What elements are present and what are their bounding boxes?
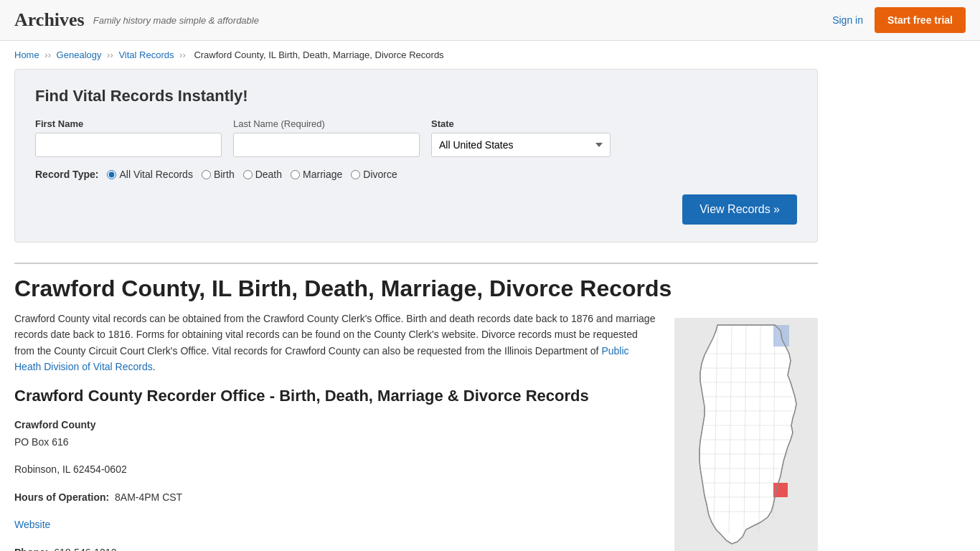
first-name-group: First Name [35, 118, 222, 157]
last-name-label: Last Name (Required) [233, 118, 420, 129]
vital-records-link[interactable]: Public Heath Division of Vital Records [14, 345, 629, 372]
breadcrumb: Home ›› Genealogy ›› Vital Records ›› Cr… [0, 41, 980, 69]
record-type-death[interactable]: Death [243, 169, 282, 180]
radio-marriage-label: Marriage [303, 169, 342, 180]
radio-all-vital[interactable] [107, 170, 116, 179]
hours-label: Hours of Operation: [14, 491, 109, 503]
hours-value: 8AM-4PM CST [115, 491, 182, 503]
phone-value: 618-546-1212 [54, 547, 116, 551]
header-right: Sign in Start free trial [832, 7, 966, 33]
phone-label: Phone: [14, 547, 48, 551]
radio-birth-label: Birth [214, 169, 235, 180]
phone-row: Phone: 618-546-1212 [14, 545, 657, 551]
state-label: State [431, 118, 611, 129]
header-left: Archives Family history made simple & af… [14, 9, 259, 31]
section-title: Crawford County Recorder Office - Birth,… [14, 387, 657, 405]
sign-in-link[interactable]: Sign in [832, 14, 863, 26]
radio-death[interactable] [243, 170, 253, 179]
record-type-area: Record Type: All Vital Records Birth Dea… [35, 169, 797, 225]
main-content: Find Vital Records Instantly! First Name… [0, 69, 832, 551]
first-name-label: First Name [35, 118, 222, 129]
illinois-map-container [674, 311, 818, 551]
breadcrumb-current: Crawford County, IL Birth, Death, Marria… [194, 50, 443, 60]
record-type-birth[interactable]: Birth [202, 169, 235, 180]
search-title: Find Vital Records Instantly! [35, 87, 797, 105]
address-line2: Robinson, IL 62454-0602 [14, 461, 657, 477]
last-name-group: Last Name (Required) [233, 118, 420, 157]
page-title: Crawford County, IL Birth, Death, Marria… [14, 263, 818, 302]
start-trial-button[interactable]: Start free trial [875, 7, 966, 33]
website-link[interactable]: Website [14, 519, 50, 530]
site-header: Archives Family history made simple & af… [0, 0, 980, 41]
record-type-label: Record Type: [35, 169, 98, 180]
search-box: Find Vital Records Instantly! First Name… [14, 69, 818, 242]
office-name: Crawford County [14, 417, 657, 433]
first-name-input[interactable] [35, 133, 222, 157]
address-line1: PO Box 616 [14, 434, 657, 450]
radio-marriage[interactable] [291, 170, 300, 179]
record-type-all[interactable]: All Vital Records [107, 169, 192, 180]
content-area: Crawford County vital records can be obt… [14, 311, 818, 551]
breadcrumb-sep3: ›› [179, 50, 188, 60]
radio-divorce-label: Divorce [363, 169, 397, 180]
breadcrumb-home[interactable]: Home [14, 50, 39, 60]
radio-all-vital-label: All Vital Records [119, 169, 192, 180]
record-type-row: Record Type: All Vital Records Birth Dea… [35, 169, 797, 180]
breadcrumb-vital-records[interactable]: Vital Records [118, 50, 174, 60]
website-row: Website [14, 517, 657, 532]
breadcrumb-genealogy[interactable]: Genealogy [57, 50, 102, 60]
description-paragraph: Crawford County vital records can be obt… [14, 311, 657, 375]
site-tagline: Family history made simple & affordable [93, 15, 259, 26]
content-text: Crawford County vital records can be obt… [14, 311, 657, 551]
hours-row: Hours of Operation: 8AM-4PM CST [14, 489, 657, 505]
view-records-button[interactable]: View Records » [682, 194, 797, 225]
record-type-divorce[interactable]: Divorce [351, 169, 397, 180]
search-fields: First Name Last Name (Required) State Al… [35, 118, 797, 157]
state-group: State All United States Illinois Alabama… [431, 118, 611, 157]
state-select[interactable]: All United States Illinois Alabama Alask… [431, 133, 611, 157]
illinois-map [674, 318, 818, 551]
breadcrumb-sep2: ›› [107, 50, 116, 60]
record-type-marriage[interactable]: Marriage [291, 169, 342, 180]
site-logo: Archives [14, 9, 85, 31]
breadcrumb-sep1: ›› [44, 50, 53, 60]
last-name-input[interactable] [233, 133, 420, 157]
office-details: Crawford County PO Box 616 Robinson, IL … [14, 417, 657, 551]
radio-birth[interactable] [202, 170, 211, 179]
radio-divorce[interactable] [351, 170, 360, 179]
radio-death-label: Death [255, 169, 282, 180]
